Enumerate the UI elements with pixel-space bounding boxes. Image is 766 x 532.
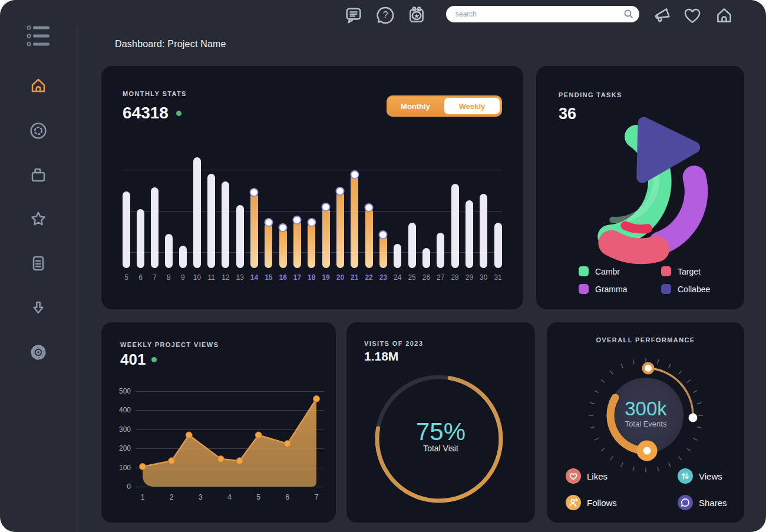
heart-icon[interactable]	[681, 4, 704, 27]
bar-col-15: 15	[265, 156, 272, 282]
area-point	[186, 432, 192, 438]
legend-item-follows: Follows	[566, 495, 617, 510]
bar-day-5[interactable]	[123, 191, 130, 268]
bar-label: 9	[181, 273, 185, 282]
bar-point-dot	[323, 204, 329, 210]
bar-col-6: 6	[137, 156, 144, 282]
bar-day-7[interactable]	[151, 187, 159, 268]
box-icon	[29, 166, 48, 184]
home-icon[interactable]	[712, 4, 736, 27]
bar-day-6[interactable]	[137, 209, 144, 268]
pending-tasks-donut	[563, 114, 719, 269]
status-dot	[176, 111, 181, 116]
bar-label: 22	[365, 273, 372, 282]
bar-label: 19	[322, 273, 329, 282]
bar-label: 13	[236, 273, 243, 282]
search-input[interactable]	[446, 6, 639, 22]
sidebar-item-reports[interactable]	[28, 253, 48, 273]
visits-percent: 75%	[346, 418, 535, 446]
bar-day-21[interactable]	[351, 175, 358, 268]
megaphone-icon[interactable]	[651, 4, 674, 27]
person-add-icon	[566, 495, 581, 510]
weekly-area-chart	[101, 322, 336, 523]
legend-item-collabee: Collabee	[661, 284, 710, 294]
sidebar-item-settings[interactable]	[28, 342, 48, 362]
bar-day-16[interactable]	[279, 228, 287, 268]
bar-label: 20	[336, 273, 344, 282]
svg-text:★: ★	[414, 12, 420, 19]
bar-day-29[interactable]	[465, 200, 473, 268]
bar-day-12[interactable]	[222, 181, 229, 268]
bar-day-19[interactable]	[322, 207, 330, 268]
bar-col-25: 25	[408, 156, 415, 282]
monthly-stats-card: MONTHLY STATS 64318 Monthly Weekly 56789…	[101, 66, 523, 309]
page-title: Dashboard: Project Name	[115, 39, 226, 49]
bar-day-9[interactable]	[179, 246, 187, 268]
bar-col-12: 12	[222, 156, 229, 282]
legend-swatch	[661, 266, 671, 276]
bar-day-8[interactable]	[165, 234, 173, 268]
bar-point-dot	[308, 219, 315, 226]
toggle-monthly[interactable]: Monthly	[388, 97, 443, 115]
bar-day-24[interactable]	[394, 244, 401, 268]
bar-label: 7	[153, 273, 157, 282]
search-icon[interactable]	[623, 9, 634, 19]
help-icon[interactable]: ?	[374, 4, 397, 27]
card-label: PENDING TASKS	[559, 91, 622, 98]
bar-label: 27	[437, 273, 444, 282]
bar-point-dot	[337, 188, 344, 194]
bar-col-19: 19	[322, 156, 329, 282]
legend-swatch	[661, 284, 671, 294]
bar-day-30[interactable]	[480, 194, 487, 268]
bar-day-15[interactable]	[265, 223, 272, 268]
bar-day-11[interactable]	[207, 174, 215, 268]
bar-label: 30	[480, 273, 487, 282]
bar-label: 23	[379, 273, 387, 282]
bar-day-28[interactable]	[451, 184, 459, 268]
bar-day-20[interactable]	[336, 191, 344, 268]
sidebar-item-activity[interactable]	[28, 121, 48, 141]
sidebar-item-home[interactable]	[28, 75, 48, 95]
donut-segment-target[interactable]	[611, 243, 656, 252]
bar-day-17[interactable]	[293, 220, 301, 268]
toggle-weekly[interactable]: Weekly	[444, 98, 500, 114]
bar-col-17: 17	[293, 156, 301, 282]
bar-col-23: 23	[379, 156, 387, 282]
legend-item-views: Views	[678, 468, 722, 484]
bar-day-13[interactable]	[236, 205, 244, 268]
bar-day-27[interactable]	[437, 233, 444, 268]
area-point	[140, 463, 146, 470]
bar-day-18[interactable]	[308, 223, 315, 268]
bar-day-31[interactable]	[494, 223, 502, 268]
bar-point-dot	[280, 224, 286, 231]
bar-label: 24	[394, 273, 401, 282]
menu-list-icon[interactable]	[26, 24, 59, 48]
legend-swatch	[579, 284, 589, 294]
app-window: ? ★ Dashboard: Project Name MONTHLY STAT…	[0, 0, 766, 532]
sidebar-divider	[77, 26, 78, 532]
bar-label: 6	[138, 273, 143, 282]
performance-value: 300k	[575, 398, 717, 420]
bar-label: 26	[422, 273, 430, 282]
bar-point-dot	[294, 217, 301, 223]
chat-bubble-icon	[678, 495, 693, 510]
bar-day-23[interactable]	[379, 235, 387, 268]
bar-day-22[interactable]	[365, 208, 373, 268]
bar-label: 8	[167, 273, 171, 282]
sidebar-item-downloads[interactable]	[28, 298, 48, 318]
bar-label: 18	[308, 273, 315, 282]
calendar-star-icon[interactable]: ★	[405, 4, 428, 27]
chat-icon[interactable]	[342, 4, 365, 27]
bar-col-16: 16	[279, 156, 286, 282]
bar-label: 31	[494, 273, 501, 282]
bar-day-14[interactable]	[250, 193, 258, 268]
download-arrow-icon	[29, 299, 48, 318]
bar-day-25[interactable]	[408, 223, 416, 268]
sidebar-item-favorites[interactable]	[28, 209, 48, 229]
bar-day-26[interactable]	[422, 248, 430, 268]
sidebar-item-projects[interactable]	[28, 165, 48, 185]
bar-day-10[interactable]	[193, 157, 201, 268]
bar-label: 5	[124, 273, 128, 282]
legend-swatch	[579, 266, 589, 276]
visits-value: 1.18M	[364, 349, 398, 364]
